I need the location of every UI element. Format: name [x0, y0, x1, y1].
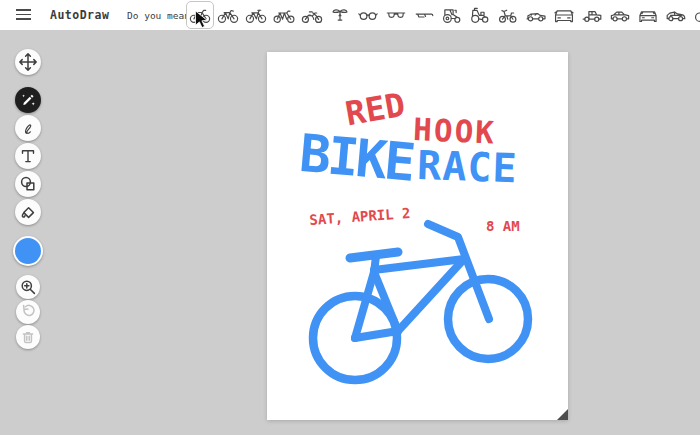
suggestion-pickup-truck[interactable] [578, 1, 606, 29]
tandem-bicycle-icon [273, 4, 295, 26]
tractor-icon [441, 4, 463, 26]
suggestion-bicycle-2[interactable] [214, 1, 242, 29]
suggestion-convertible[interactable] [522, 1, 550, 29]
suggestion-car-front-2[interactable] [634, 1, 662, 29]
tractor-2-icon [469, 4, 491, 26]
bicycle-icon [189, 4, 211, 26]
canvas-resize-handle[interactable] [557, 409, 568, 420]
suggestion-car-side-2[interactable] [662, 1, 690, 29]
tool-type-button[interactable] [15, 143, 41, 169]
suggestion-drum-kit[interactable] [690, 1, 700, 29]
tool-zoom-button[interactable] [16, 275, 40, 299]
bicycle-2-icon [217, 4, 239, 26]
drum-kit-icon [693, 4, 700, 26]
magic-pencil-icon [18, 90, 38, 110]
magnifier-icon [18, 277, 38, 297]
shapes-icon [18, 174, 38, 194]
tool-autodraw-button[interactable] [15, 87, 41, 113]
tool-undo-button[interactable] [16, 300, 40, 324]
fill-icon [18, 202, 38, 222]
suggestion-bicycle[interactable] [186, 1, 214, 29]
app-title: AutoDraw [50, 8, 109, 22]
color-swatch [15, 238, 41, 264]
convertible-icon [525, 4, 547, 26]
suggestion-car-front[interactable] [550, 1, 578, 29]
bicycle-3-icon [245, 4, 267, 26]
undo-arrow-icon [18, 302, 38, 322]
suggestion-tractor-3[interactable] [494, 1, 522, 29]
suggestion-sunglasses[interactable] [382, 1, 410, 29]
menu-icon[interactable] [16, 9, 31, 21]
suggestion-bicycle-3[interactable] [242, 1, 270, 29]
car-front-2-icon [637, 4, 659, 26]
top-bar: AutoDraw Do you mean: [0, 0, 700, 30]
tool-shapes-button[interactable] [15, 171, 41, 197]
car-front-icon [553, 4, 575, 26]
car-side-2-icon [665, 4, 687, 26]
tool-fill-button[interactable] [15, 199, 41, 225]
bicycle-drawing[interactable] [267, 52, 568, 420]
suggestion-strip [186, 1, 700, 29]
eyeglasses-icon [357, 4, 379, 26]
suggestion-folded-glasses[interactable] [410, 1, 438, 29]
suggestion-tractor[interactable] [438, 1, 466, 29]
sunglasses-icon [385, 4, 407, 26]
suggestion-tractor-2[interactable] [466, 1, 494, 29]
text-icon [18, 146, 38, 166]
tool-select-button[interactable] [15, 49, 41, 75]
pickup-truck-icon [581, 4, 603, 26]
motorcycle-icon [301, 4, 323, 26]
suggestion-handlebars[interactable] [326, 1, 354, 29]
tractor-3-icon [497, 4, 519, 26]
tool-draw-button[interactable] [15, 115, 41, 141]
car-side-icon [609, 4, 631, 26]
handlebars-icon [329, 4, 351, 26]
suggestion-motorcycle[interactable] [298, 1, 326, 29]
suggestion-eyeglasses[interactable] [354, 1, 382, 29]
tool-color-button[interactable] [13, 236, 43, 266]
suggestion-car-side[interactable] [606, 1, 634, 29]
folded-glasses-icon [413, 4, 435, 26]
pencil-icon [18, 118, 38, 138]
move-icon [18, 52, 38, 72]
trash-icon [18, 327, 38, 347]
tool-delete-button[interactable] [16, 325, 40, 349]
suggestion-tandem-bicycle[interactable] [270, 1, 298, 29]
drawing-canvas[interactable]: RED HOOK BIKE RACE SAT, APRIL 2 8 AM [267, 52, 568, 420]
